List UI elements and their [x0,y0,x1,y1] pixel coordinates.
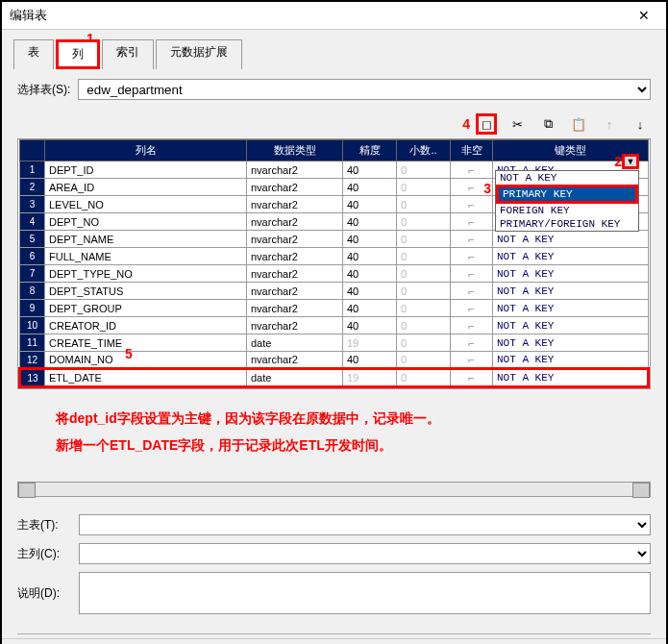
cell-datatype[interactable]: nvarchar2 [247,352,343,369]
cell-datatype[interactable]: date [247,369,343,387]
close-button[interactable]: ✕ [630,6,658,25]
cell-colname[interactable]: DEPT_ID [45,161,247,179]
cell-notnull[interactable]: ⌐ [451,196,493,213]
grid-header-nn[interactable]: 非空 [451,140,493,161]
cell-precision[interactable]: 40 [343,352,397,369]
cell-notnull[interactable]: ⌐ [451,369,493,387]
cell-colname[interactable]: DEPT_STATUS [45,283,247,300]
tab-table[interactable]: 表 [13,39,54,69]
cell-datatype[interactable]: nvarchar2 [247,265,343,283]
cell-colname[interactable]: DEPT_TYPE_NO [45,265,247,283]
cell-precision[interactable]: 40 [343,248,397,265]
cell-keytype[interactable]: NOT A KEY [493,369,649,387]
cell-scale[interactable]: 0 [397,161,451,179]
cell-colname[interactable]: ETL_DATE [45,369,247,387]
cell-colname[interactable]: DOMAIN_NO [45,352,247,369]
table-row[interactable]: 13ETL_DATEdate190⌐NOT A KEY [20,369,649,387]
table-row[interactable]: 8DEPT_STATUSnvarchar2400⌐NOT A KEY [20,283,649,300]
grid-header-scale[interactable]: 小数.. [397,140,451,161]
main-table-select[interactable] [79,514,651,535]
cell-datatype[interactable]: nvarchar2 [247,179,343,196]
cell-datatype[interactable]: nvarchar2 [247,283,343,300]
cell-datatype[interactable]: date [247,334,343,352]
keytype-option-notakey[interactable]: NOT A KEY [496,171,638,185]
move-up-button[interactable]: ↑ [599,113,620,135]
cell-scale[interactable]: 0 [397,283,451,300]
cell-keytype[interactable]: NOT A KEY [493,248,649,265]
tab-meta-ext[interactable]: 元数据扩展 [156,39,242,69]
cell-notnull[interactable]: ⌐ [451,231,493,248]
cell-notnull[interactable]: ⌐ [451,317,493,334]
cell-scale[interactable]: 0 [397,196,451,213]
cell-keytype[interactable]: NOT A KEY [493,334,649,352]
new-row-button[interactable]: ◻ [476,113,497,135]
cell-precision[interactable]: 40 [343,265,397,283]
cell-scale[interactable]: 0 [397,300,451,317]
cut-button[interactable]: ✂ [507,113,528,135]
cell-precision[interactable]: 40 [343,300,397,317]
keytype-dropdown-button[interactable]: ▼ [622,154,639,169]
cell-colname[interactable]: DEPT_NO [45,213,247,231]
cell-scale[interactable]: 0 [397,231,451,248]
cell-keytype[interactable]: NOT A KEY [493,265,649,283]
grid-header-type[interactable]: 数据类型 [247,140,343,161]
cell-precision[interactable]: 40 [343,196,397,213]
cell-scale[interactable]: 0 [397,369,451,387]
table-row[interactable]: 11CREATE_TIMEdate190⌐NOT A KEY [20,334,649,352]
keytype-option-foreign[interactable]: FOREIGN KEY [496,204,638,217]
table-row[interactable]: 12DOMAIN_NOnvarchar2400⌐NOT A KEY [20,352,649,369]
cell-precision[interactable]: 40 [343,283,397,300]
tab-indexes[interactable]: 索引 [102,39,154,69]
cell-scale[interactable]: 0 [397,317,451,334]
cell-datatype[interactable]: nvarchar2 [247,248,343,265]
cell-notnull[interactable]: ⌐ [451,161,493,179]
grid-header-prec[interactable]: 精度 [343,140,397,161]
cell-scale[interactable]: 0 [397,179,451,196]
cell-datatype[interactable]: nvarchar2 [247,196,343,213]
cell-notnull[interactable]: ⌐ [451,248,493,265]
grid-header-name[interactable]: 列名 [45,140,247,161]
select-table-dropdown[interactable]: edw_department [78,79,651,100]
cell-precision[interactable]: 19 [343,369,397,387]
cell-colname[interactable]: CREATOR_ID [45,317,247,334]
cell-keytype[interactable]: NOT A KEY [493,317,649,334]
cell-datatype[interactable]: nvarchar2 [247,161,343,179]
cell-notnull[interactable]: ⌐ [451,352,493,369]
cell-datatype[interactable]: nvarchar2 [247,300,343,317]
table-row[interactable]: 7DEPT_TYPE_NOnvarchar2400⌐NOT A KEY [20,265,649,283]
main-col-select[interactable] [79,543,651,564]
cell-colname[interactable]: CREATE_TIME [45,334,247,352]
cell-keytype[interactable]: NOT A KEY [493,231,649,248]
cell-precision[interactable]: 40 [343,213,397,231]
cell-precision[interactable]: 19 [343,334,397,352]
cell-scale[interactable]: 0 [397,265,451,283]
cell-notnull[interactable]: ⌐ [451,283,493,300]
cell-datatype[interactable]: nvarchar2 [247,317,343,334]
cell-datatype[interactable]: nvarchar2 [247,213,343,231]
cell-scale[interactable]: 0 [397,248,451,265]
horizontal-scrollbar[interactable] [17,482,651,497]
cell-datatype[interactable]: nvarchar2 [247,231,343,248]
keytype-option-primary[interactable]: PRIMARY KEY [496,185,638,204]
cell-notnull[interactable]: ⌐ [451,213,493,231]
cell-precision[interactable]: 40 [343,161,397,179]
cell-notnull[interactable]: ⌐ [451,265,493,283]
cell-colname[interactable]: LEVEL_NO [45,196,247,213]
cell-colname[interactable]: FULL_NAME [45,248,247,265]
cell-keytype[interactable]: NOT A KEY [493,283,649,300]
tab-columns[interactable]: 列 [56,39,100,69]
table-row[interactable]: 6FULL_NAMEnvarchar2400⌐NOT A KEY [20,248,649,265]
cell-colname[interactable]: AREA_ID [45,179,247,196]
cell-scale[interactable]: 0 [397,334,451,352]
cell-precision[interactable]: 40 [343,179,397,196]
cell-precision[interactable]: 40 [343,317,397,334]
cell-colname[interactable]: DEPT_GROUP [45,300,247,317]
copy-button[interactable]: ⧉ [537,113,558,135]
paste-button[interactable]: 📋 [568,113,589,135]
desc-textarea[interactable] [79,572,651,614]
move-down-button[interactable]: ↓ [630,113,651,135]
cell-scale[interactable]: 0 [397,213,451,231]
keytype-option-pkfk[interactable]: PRIMARY/FOREIGN KEY [496,217,638,231]
table-row[interactable]: 5DEPT_NAMEnvarchar2400⌐NOT A KEY [20,231,649,248]
cell-keytype[interactable]: NOT A KEY [493,352,649,369]
